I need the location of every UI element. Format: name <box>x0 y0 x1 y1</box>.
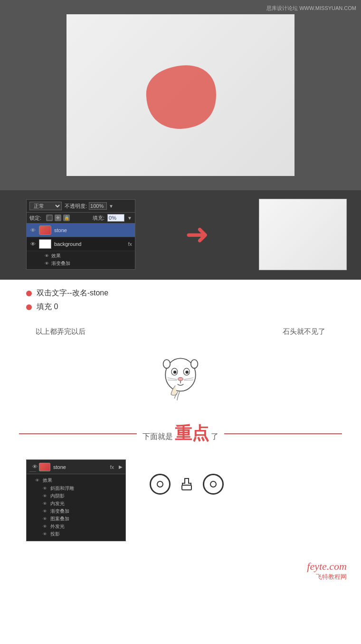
inner-shadow-label: 内阴影 <box>50 493 65 499</box>
svg-point-7 <box>178 377 183 381</box>
eye-pattern-overlay[interactable]: 👁 <box>43 517 48 521</box>
description-row: 以上都弄完以后 石头就不见了 <box>0 321 361 341</box>
instruction-1-text: 双击文字--改名-stone <box>37 288 108 298</box>
lock-all-icon[interactable]: 🔒 <box>63 215 70 221</box>
sub-effects: 👁 效果 👁 渐变叠加 <box>27 251 135 269</box>
background-thumbnail <box>39 239 51 249</box>
eye-icon-background[interactable]: 👁 <box>29 241 36 247</box>
blend-mode-select[interactable]: 正常 <box>29 202 62 210</box>
canvas-inner <box>66 14 294 176</box>
stone-layer-name: stone <box>54 227 132 233</box>
effects-label: 效果 <box>51 253 61 259</box>
opacity-arrow[interactable]: ▼ <box>109 204 114 209</box>
meme-face-icon <box>157 355 204 403</box>
pattern-overlay-label: 图案叠加 <box>50 516 69 522</box>
fill-label: 填充: <box>93 215 104 222</box>
effect-bevel[interactable]: 👁 斜面和浮雕 <box>35 485 123 492</box>
effect-drop-shadow[interactable]: 👁 投影 <box>35 530 123 538</box>
opacity-input[interactable] <box>89 202 107 210</box>
keypoint-main: 重点 <box>175 423 209 443</box>
eye-gradient[interactable]: 👁 <box>44 261 49 266</box>
desc-left: 以上都弄完以后 <box>36 327 86 336</box>
right-arrow-icon: ➜ <box>185 220 209 249</box>
red-dot-1 <box>26 291 32 296</box>
keypoint-prefix: 下面就是 <box>142 432 173 440</box>
keypoint-suffix: 了 <box>211 432 218 440</box>
circle-inner-left <box>157 481 163 488</box>
eye-bevel[interactable]: 👁 <box>43 486 48 491</box>
instruction-2-text: 填充 0 <box>37 302 58 312</box>
instruction-1: 双击文字--改名-stone <box>26 288 335 298</box>
svg-point-6 <box>185 371 188 373</box>
bucket-tool-icon[interactable] <box>180 477 193 492</box>
brand-main: feyte.com <box>307 560 347 573</box>
layers-section: 正常 不透明度: ▼ 锁定: ⬛ ✛ 🔒 填充: ▼ 👁 <box>0 190 361 280</box>
drop-shadow-label: 投影 <box>50 531 60 537</box>
fill-input[interactable] <box>107 214 124 222</box>
layer-row-background[interactable]: 👁 background fx <box>27 237 135 251</box>
brand-sub: 飞特教程网 <box>307 573 347 581</box>
desc-right: 石头就不见了 <box>283 327 325 336</box>
gradient-overlay-row: 👁 渐变叠加 <box>44 260 132 267</box>
eye-inner-glow[interactable]: 👁 <box>43 501 48 506</box>
circle-inner-right <box>210 481 217 488</box>
effects-header: 👁 stone fx ▶ <box>27 460 125 474</box>
stone-shape <box>138 59 223 132</box>
opacity-row: 不透明度: ▼ <box>65 202 114 210</box>
background-layer-name: background <box>54 241 125 247</box>
divider-right <box>224 433 342 434</box>
arrow-container: ➜ <box>135 220 259 249</box>
blend-opacity-bar: 正常 不透明度: ▼ <box>27 200 135 213</box>
red-dot-2 <box>26 304 32 310</box>
stone-thumbnail <box>39 225 51 235</box>
eye-outer-glow[interactable]: 👁 <box>43 524 48 529</box>
effects-row: 👁 效果 <box>44 252 132 260</box>
fill-row: 填充: ▼ <box>93 214 132 222</box>
keypoint-text: 下面就是 重点 了 <box>142 422 219 445</box>
lock-move-icon[interactable]: ✛ <box>55 215 61 221</box>
lock-label: 锁定: <box>29 215 41 222</box>
outer-glow-label: 外发光 <box>50 523 65 530</box>
effect-gradient-overlay[interactable]: 👁 渐变叠加 <box>35 507 123 515</box>
effect-pattern-overlay[interactable]: 👁 图案叠加 <box>35 515 123 523</box>
eye-icon-effects[interactable]: 👁 <box>29 462 36 472</box>
instructions-section: 双击文字--改名-stone 填充 0 <box>0 280 361 321</box>
svg-point-5 <box>173 371 176 373</box>
keypoint-section: 下面就是 重点 了 <box>0 412 361 450</box>
effects-layer-name: stone <box>53 464 107 470</box>
effect-inner-shadow[interactable]: 👁 内阴影 <box>35 492 123 500</box>
svg-point-1 <box>163 360 171 368</box>
effect-outer-glow[interactable]: 👁 外发光 <box>35 523 123 530</box>
layers-panel: 正常 不透明度: ▼ 锁定: ⬛ ✛ 🔒 填充: ▼ 👁 <box>26 199 135 270</box>
circle-tool-left[interactable] <box>150 474 171 495</box>
divider-left <box>19 433 137 434</box>
effects-panel: 👁 stone fx ▶ 👁 效果 👁 斜面和浮雕 👁 内阴影 👁 内发光 <box>26 459 126 541</box>
eye-icon-stone[interactable]: 👁 <box>29 227 36 234</box>
lock-pixel-icon[interactable]: ⬛ <box>46 215 53 221</box>
layer-row-stone[interactable]: 👁 stone <box>27 224 135 237</box>
eye-effects-group[interactable]: 👁 <box>35 478 41 483</box>
bevel-label: 斜面和浮雕 <box>50 485 74 492</box>
effects-thumbnail <box>39 463 50 471</box>
eye-gradient-overlay[interactable]: 👁 <box>43 509 48 514</box>
effects-fx-badge: fx <box>110 464 114 470</box>
fill-arrow[interactable]: ▼ <box>127 215 132 221</box>
meme-area <box>0 341 361 412</box>
svg-rect-13 <box>182 485 191 490</box>
instruction-2: 填充 0 <box>26 302 335 312</box>
circle-tool-right[interactable] <box>203 474 224 495</box>
eye-drop-shadow[interactable]: 👁 <box>43 532 48 537</box>
lock-fill-bar: 锁定: ⬛ ✛ 🔒 填充: ▼ <box>27 213 135 224</box>
opacity-label: 不透明度: <box>65 203 87 210</box>
svg-point-2 <box>191 360 198 368</box>
effects-list: 👁 效果 👁 斜面和浮雕 👁 内阴影 👁 内发光 👁 渐变叠加 👁 图案 <box>27 474 125 541</box>
effects-expand-icon[interactable]: ▶ <box>119 464 123 469</box>
canvas-area: 思库设计论坛 WWW.MISSYUAN.COM <box>0 0 361 190</box>
watermark: 思库设计论坛 WWW.MISSYUAN.COM <box>266 5 356 12</box>
inner-glow-label: 内发光 <box>50 500 65 507</box>
effect-inner-glow[interactable]: 👁 内发光 <box>35 500 123 507</box>
eye-inner-shadow[interactable]: 👁 <box>43 494 48 498</box>
footer: feyte.com 飞特教程网 <box>0 551 361 586</box>
effects-group-label-text: 效果 <box>43 477 52 484</box>
eye-effects[interactable]: 👁 <box>44 254 49 258</box>
